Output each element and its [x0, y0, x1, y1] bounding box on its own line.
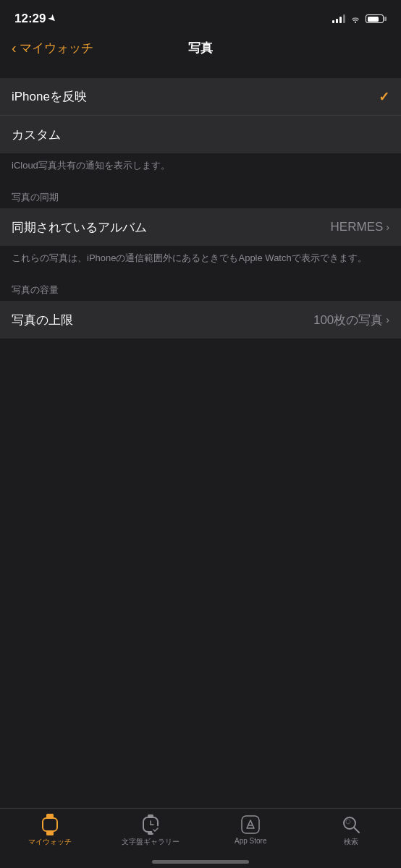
back-chevron-icon: ‹ — [12, 41, 17, 55]
svg-rect-9 — [242, 816, 259, 833]
photo-limit-chevron-icon: › — [386, 314, 389, 326]
status-time: 12:29 ➤ — [14, 12, 56, 26]
battery-icon — [366, 14, 387, 23]
nav-bar: ‹ マイウォッチ 写真 — [0, 32, 401, 64]
iphone-reflect-label: iPhoneを反映 — [12, 88, 87, 105]
page-title: 写真 — [188, 40, 213, 56]
photo-sync-footer: これらの写真は、iPhoneの通信範囲外にあるときでもApple Watchで表… — [0, 246, 401, 279]
back-label: マイウォッチ — [20, 40, 93, 56]
back-button[interactable]: ‹ マイウォッチ — [12, 40, 93, 56]
face-gallery-icon — [140, 814, 161, 835]
svg-rect-2 — [46, 831, 54, 835]
watch-icon — [41, 814, 59, 835]
photo-sync-group: 同期されているアルバム HERMES › — [0, 208, 401, 246]
svg-line-12 — [354, 827, 359, 833]
custom-label: カスタム — [12, 127, 61, 143]
synced-album-value: HERMES › — [331, 220, 389, 234]
tab-search-label: 検索 — [344, 837, 358, 847]
svg-point-13 — [346, 820, 350, 824]
photo-limit-row[interactable]: 写真の上限 100枚の写真 › — [0, 301, 401, 339]
content-area: iPhoneを反映 ✓ カスタム iCloud写真共有の通知を表示します。 写真… — [0, 64, 401, 399]
tab-search[interactable]: 検索 — [301, 814, 402, 847]
photo-sync-header: 写真の同期 — [0, 187, 401, 208]
location-arrow-icon: ➤ — [46, 13, 59, 25]
signal-bars-icon — [332, 14, 345, 23]
sync-source-footer: iCloud写真共有の通知を表示します。 — [0, 153, 401, 187]
photo-capacity-group: 写真の上限 100枚の写真 › — [0, 301, 401, 339]
tab-my-watch-label: マイウォッチ — [28, 837, 72, 847]
app-store-icon — [240, 814, 261, 835]
photo-capacity-header: 写真の容量 — [0, 279, 401, 301]
synced-album-label: 同期されているアルバム — [12, 219, 147, 236]
synced-album-row[interactable]: 同期されているアルバム HERMES › — [0, 208, 401, 246]
synced-album-chevron-icon: › — [386, 221, 389, 233]
sync-source-group: iPhoneを反映 ✓ カスタム — [0, 78, 401, 153]
iphone-reflect-checkmark: ✓ — [379, 89, 389, 105]
tab-face-gallery-label: 文字盤ギャラリー — [122, 837, 180, 847]
svg-rect-4 — [148, 814, 153, 818]
status-icons — [332, 14, 387, 23]
tab-face-gallery[interactable]: 文字盤ギャラリー — [101, 814, 201, 847]
wifi-icon — [350, 14, 361, 23]
tab-app-store-label: App Store — [235, 837, 266, 845]
search-icon — [341, 814, 361, 835]
tab-bar: マイウォッチ 文字盤ギャラリー — [0, 808, 401, 868]
tab-my-watch[interactable]: マイウォッチ — [0, 814, 101, 847]
iphone-reflect-row[interactable]: iPhoneを反映 ✓ — [0, 78, 401, 116]
svg-rect-1 — [43, 818, 57, 831]
photo-limit-value: 100枚の写真 › — [313, 312, 389, 328]
photo-limit-label: 写真の上限 — [12, 312, 73, 328]
custom-row[interactable]: カスタム — [0, 116, 401, 153]
status-bar: 12:29 ➤ — [0, 0, 401, 32]
home-indicator — [152, 860, 249, 864]
my-watch-icon — [40, 814, 60, 835]
tab-app-store[interactable]: App Store — [200, 814, 301, 845]
